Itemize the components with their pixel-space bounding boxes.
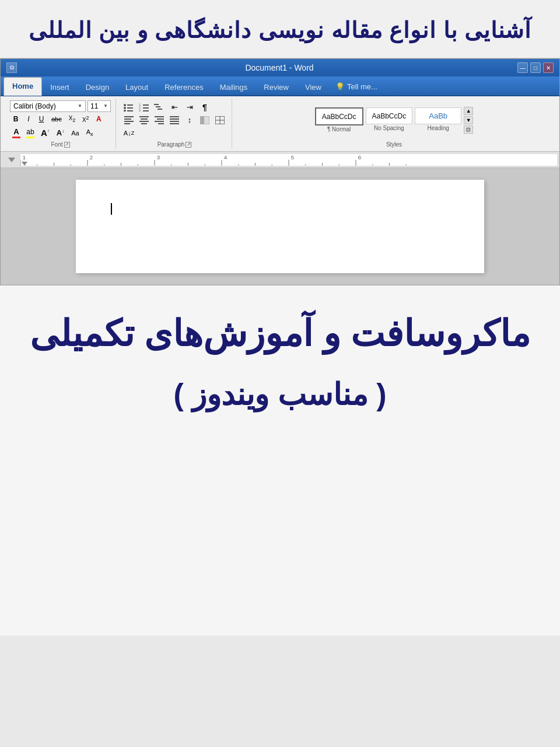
borders-button[interactable] [213, 114, 227, 126]
font-name-selector[interactable]: Calibri (Body) ▼ [10, 100, 86, 112]
show-marks-button[interactable]: ¶ [198, 102, 212, 113]
paragraph-group: 1. 2. 3. [117, 99, 232, 149]
bottom-section: ماکروسافت و آموزش‌های تکمیلی ( مناسب وین… [0, 285, 560, 636]
svg-point-2 [124, 107, 126, 109]
svg-rect-27 [170, 116, 179, 117]
font-label-text: Font [51, 141, 62, 148]
svg-point-4 [124, 110, 126, 111]
multilevel-button[interactable] [152, 102, 166, 113]
font-color-button[interactable]: A [10, 126, 23, 139]
svg-text:1: 1 [22, 154, 26, 160]
justify-button[interactable] [167, 114, 181, 126]
svg-rect-14 [158, 109, 162, 110]
lightbulb-icon: 💡 [335, 82, 345, 91]
tab-insert[interactable]: Insert [42, 79, 78, 96]
change-case-button[interactable]: Aa [68, 128, 82, 138]
svg-text:4: 4 [223, 154, 227, 160]
tab-layout[interactable]: Layout [117, 79, 156, 96]
styles-expand[interactable]: ⊡ [464, 125, 473, 134]
underline-button[interactable]: U [36, 113, 47, 125]
italic-button[interactable]: I [23, 113, 34, 125]
font-color-underline [12, 137, 20, 138]
tell-me-area[interactable]: 💡 Tell me... [330, 78, 383, 95]
style-heading-text: AaBb [429, 111, 447, 120]
bold-button[interactable]: B [10, 113, 22, 125]
close-button[interactable]: ✕ [543, 62, 554, 73]
style-normal-text: AaBbCcDc [322, 113, 356, 121]
clear-format-button[interactable]: Ax [83, 127, 96, 139]
borders-icon [215, 116, 225, 124]
increase-font-button[interactable]: A↑ [38, 126, 52, 139]
font-expand-icon[interactable]: ↗ [64, 142, 70, 148]
main-persian-heading: ماکروسافت و آموزش‌های تکمیلی [12, 309, 548, 359]
align-left-button[interactable] [122, 114, 136, 126]
para-row-3: A↓Z [122, 127, 227, 139]
minimize-button[interactable]: — [517, 62, 528, 73]
window-controls: — □ ✕ [517, 62, 554, 73]
styles-scroll-down[interactable]: ▼ [464, 116, 473, 124]
tab-mailings[interactable]: Mailings [212, 79, 256, 96]
svg-rect-20 [141, 118, 148, 120]
maximize-button[interactable]: □ [530, 62, 541, 73]
styles-scroll-up[interactable]: ▲ [464, 107, 473, 115]
style-nospace-item[interactable]: AaBbCcDc No Spacing [366, 107, 413, 132]
ruler: 1 2 3 4 5 6 [1, 152, 559, 168]
strikethrough-label: abc [51, 116, 62, 123]
tab-view[interactable]: View [297, 79, 330, 96]
decrease-font-button[interactable]: A↓ [54, 127, 67, 139]
styles-content: AaBbCcDc ¶ Normal AaBbCcDc No Spacing [314, 100, 474, 140]
shading-button[interactable] [198, 114, 212, 126]
text-effects-button[interactable]: A [93, 113, 104, 125]
tab-review[interactable]: Review [256, 79, 297, 96]
svg-rect-7 [143, 104, 149, 106]
align-right-button[interactable] [152, 114, 166, 126]
svg-text:5: 5 [290, 154, 294, 160]
text-cursor [111, 203, 112, 215]
strikethrough-button[interactable]: abc [48, 113, 65, 125]
svg-rect-32 [200, 116, 204, 124]
numbering-icon: 1. 2. 3. [139, 103, 149, 111]
svg-text:3.: 3. [139, 109, 141, 111]
tab-design[interactable]: Design [78, 79, 117, 96]
align-left-icon [124, 116, 134, 124]
svg-point-0 [124, 104, 126, 106]
tab-references[interactable]: References [156, 79, 211, 96]
font-size-selector[interactable]: 11 ▼ [88, 100, 111, 112]
svg-rect-1 [127, 104, 133, 106]
indent-top-marker[interactable] [8, 158, 15, 162]
ruler-left-margin [3, 152, 20, 167]
top-title-section: آشنایی با انواع مقاله نویسی دانشگاهی و ب… [0, 0, 560, 58]
decrease-indent-button[interactable]: ⇤ [167, 102, 181, 113]
style-nospace-preview: AaBbCcDc [366, 107, 413, 124]
align-center-button[interactable] [137, 114, 151, 126]
numbering-button[interactable]: 1. 2. 3. [137, 102, 151, 113]
svg-rect-25 [155, 121, 164, 122]
paragraph-group-label: Paragraph ↗ [158, 140, 192, 148]
superscript-button[interactable]: X2 [79, 113, 92, 125]
styles-scroll-controls: ▲ ▼ ⊡ [464, 107, 473, 134]
svg-rect-22 [141, 123, 147, 124]
highlight-button[interactable]: ab [24, 127, 37, 139]
subscript-button[interactable]: X2 [66, 113, 78, 125]
title-bar: ⧉ Document1 - Word — □ ✕ [1, 59, 559, 76]
bullets-button[interactable] [122, 102, 136, 113]
style-normal-label: ¶ Normal [327, 126, 351, 132]
indent-bottom-marker[interactable] [22, 162, 27, 166]
line-spacing-button[interactable]: ↕ [183, 114, 197, 126]
highlight-underline [26, 137, 34, 138]
svg-rect-28 [170, 118, 179, 120]
styles-group-label: Styles [386, 140, 402, 148]
restore-icon[interactable]: ⧉ [6, 62, 17, 73]
svg-rect-15 [124, 116, 134, 117]
font-color-label: A [13, 127, 19, 136]
svg-text:2: 2 [89, 154, 93, 160]
sort-button[interactable]: A↓Z [122, 127, 136, 139]
font-group-label: Font ↗ [51, 140, 69, 148]
tab-home[interactable]: Home [4, 77, 42, 96]
svg-rect-13 [156, 106, 160, 107]
paragraph-expand-icon[interactable]: ↗ [186, 142, 191, 148]
increase-indent-button[interactable]: ⇥ [183, 102, 197, 113]
style-normal-item[interactable]: AaBbCcDc ¶ Normal [315, 107, 363, 132]
style-heading-item[interactable]: AaBb Heading [415, 107, 461, 132]
document-area [1, 168, 559, 285]
